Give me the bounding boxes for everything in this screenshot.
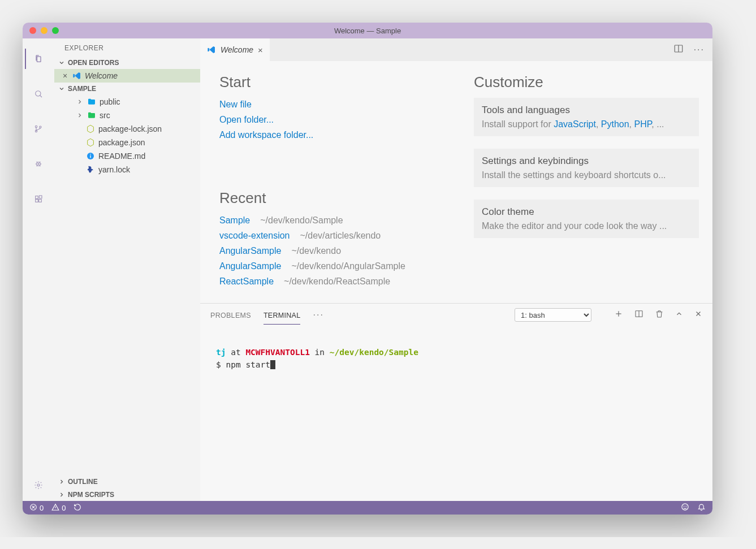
minimize-window-button[interactable] <box>41 27 47 34</box>
tab-label: Welcome <box>221 45 253 54</box>
recent-name[interactable]: ReactSample <box>219 274 274 289</box>
workspace-section[interactable]: SAMPLE <box>54 83 200 95</box>
recent-heading: Recent <box>219 189 423 207</box>
svg-line-1 <box>40 96 42 97</box>
status-errors[interactable]: 0 <box>29 503 44 513</box>
recent-path: ~/dev/kendo <box>291 243 341 258</box>
file-package-json[interactable]: package.json <box>54 136 200 149</box>
chevron-right-icon <box>76 111 84 119</box>
npm-scripts-section[interactable]: NPM SCRIPTS <box>54 488 200 501</box>
svg-point-10 <box>37 484 40 486</box>
folder-icon <box>87 97 96 106</box>
recent-item[interactable]: AngularSample~/dev/kendo <box>219 243 423 258</box>
start-open-folder[interactable]: Open folder... <box>219 112 423 127</box>
folder-icon <box>87 111 96 120</box>
status-notifications[interactable] <box>697 503 706 513</box>
close-window-button[interactable] <box>29 27 36 34</box>
file-package-lock[interactable]: package-lock.json <box>54 122 200 136</box>
panel-more-tabs[interactable]: ··· <box>313 310 323 320</box>
open-editors-section[interactable]: OPEN EDITORS <box>54 57 200 69</box>
extensions-icon <box>34 194 43 204</box>
activity-extensions[interactable] <box>25 185 52 213</box>
recent-path: ~/dev/kendo/AngularSample <box>291 258 405 274</box>
terminal-output[interactable]: tj at MCWFHVANTOLL1 in ~/dev/kendo/Sampl… <box>200 326 712 501</box>
npm-scripts-label: NPM SCRIPTS <box>68 491 114 499</box>
svg-rect-9 <box>39 196 42 198</box>
panel-tab-problems[interactable]: PROBLEMS <box>210 306 251 324</box>
split-terminal-button[interactable] <box>634 309 643 321</box>
recent-item[interactable]: Sample~/dev/kendo/Sample <box>219 213 423 228</box>
terminal-select[interactable]: 1: bash <box>515 308 591 322</box>
recent-path: ~/dev/articles/kendo <box>300 228 381 243</box>
link-php[interactable]: PHP <box>634 119 651 129</box>
start-add-workspace[interactable]: Add workspace folder... <box>219 127 423 142</box>
new-terminal-button[interactable] <box>614 309 623 321</box>
kill-terminal-button[interactable] <box>655 309 664 321</box>
folder-public[interactable]: public <box>54 95 200 109</box>
customize-settings-title: Settings and keybindings <box>482 155 691 167</box>
open-editors-label: OPEN EDITORS <box>68 59 119 67</box>
recent-name[interactable]: AngularSample <box>219 243 281 258</box>
customize-theme-card[interactable]: Color theme Make the editor and your cod… <box>474 200 699 238</box>
more-actions-button[interactable]: ··· <box>694 45 705 55</box>
svg-point-29 <box>686 506 686 507</box>
split-editor-button[interactable] <box>673 44 684 56</box>
open-editor-welcome[interactable]: × Welcome <box>54 69 200 83</box>
activity-explorer[interactable] <box>25 45 52 72</box>
customize-tools-title: Tools and languages <box>482 105 691 116</box>
link-javascript[interactable]: JavaScript <box>554 119 596 129</box>
history-icon <box>74 503 81 513</box>
search-icon <box>34 89 43 98</box>
file-yarn-lock[interactable]: yarn.lock <box>54 163 200 176</box>
link-python[interactable]: Python <box>601 119 629 129</box>
statusbar: 0 0 <box>23 501 712 515</box>
customize-tools-card[interactable]: Tools and languages Install support for … <box>474 98 699 136</box>
outline-section[interactable]: OUTLINE <box>54 475 200 488</box>
close-icon[interactable]: × <box>61 71 69 80</box>
recent-item[interactable]: AngularSample~/dev/kendo/AngularSample <box>219 258 423 274</box>
svg-point-28 <box>684 506 684 507</box>
recent-name[interactable]: vscode-extension <box>219 228 290 243</box>
terminal-cursor <box>270 360 275 369</box>
chevron-right-icon <box>58 478 66 486</box>
svg-point-2 <box>35 126 37 127</box>
recent-item[interactable]: vscode-extension~/dev/articles/kendo <box>219 228 423 243</box>
customize-settings-card[interactable]: Settings and keybindings Install the set… <box>474 149 699 187</box>
bug-icon <box>34 159 43 168</box>
tab-welcome[interactable]: Welcome × <box>200 38 270 61</box>
customize-settings-body: Install the settings and keyboard shortc… <box>482 170 691 180</box>
status-tasks[interactable] <box>74 503 81 513</box>
explorer-sidebar: EXPLORER OPEN EDITORS × Welcome <box>54 38 200 501</box>
svg-rect-13 <box>90 154 90 154</box>
editor-actions: ··· <box>673 38 712 61</box>
close-icon[interactable]: × <box>258 45 263 55</box>
branch-icon <box>34 124 43 133</box>
file-label: package.json <box>98 138 145 147</box>
chevron-right-icon <box>58 491 66 499</box>
status-feedback[interactable] <box>681 503 689 513</box>
editor-tabbar: Welcome × ··· <box>200 38 712 61</box>
folder-src[interactable]: src <box>54 109 200 122</box>
bell-icon <box>697 503 706 513</box>
start-new-file[interactable]: New file <box>219 97 423 112</box>
open-editor-label: Welcome <box>85 71 118 80</box>
recent-name[interactable]: AngularSample <box>219 258 281 274</box>
titlebar: Welcome — Sample <box>23 23 712 38</box>
editor-group: Welcome × ··· Start New file Open folder… <box>200 38 712 501</box>
close-panel-button[interactable] <box>694 310 702 320</box>
activity-search[interactable] <box>25 80 52 107</box>
file-readme[interactable]: README.md <box>54 149 200 163</box>
customize-theme-title: Color theme <box>482 206 691 218</box>
activity-debug[interactable] <box>25 150 52 178</box>
recent-item[interactable]: ReactSample~/dev/kendo/ReactSample <box>219 274 423 289</box>
maximize-panel-button[interactable] <box>675 310 683 320</box>
nodejs-icon <box>86 138 95 147</box>
panel-tabs: PROBLEMS TERMINAL ··· 1: bash <box>200 304 712 326</box>
status-warnings[interactable]: 0 <box>51 503 66 513</box>
panel-tab-terminal[interactable]: TERMINAL <box>263 306 301 325</box>
activity-settings[interactable] <box>25 472 52 499</box>
zoom-window-button[interactable] <box>52 27 59 34</box>
folder-label: public <box>100 97 120 106</box>
activity-scm[interactable] <box>25 115 52 142</box>
recent-name[interactable]: Sample <box>219 213 250 228</box>
